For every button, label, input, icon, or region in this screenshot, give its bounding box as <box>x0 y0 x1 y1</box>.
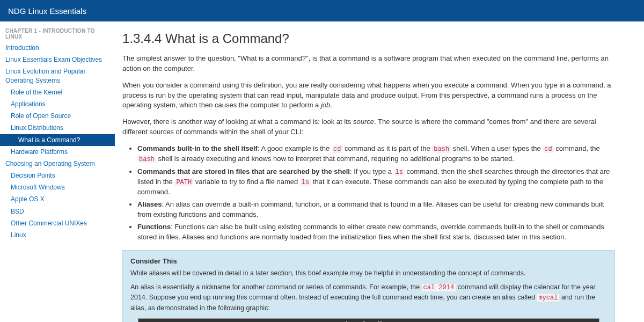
sidebar-item[interactable]: Linux Essentials Exam Objectives <box>0 54 115 65</box>
callout-title: Consider This <box>130 257 607 265</box>
sidebar-item[interactable]: Role of Open Source <box>0 110 115 122</box>
sidebar-item[interactable]: Role of the Kernel <box>0 86 115 98</box>
app-title: NDG Linux Essentials <box>8 6 86 16</box>
paragraph: However, there is another way of looking… <box>122 117 615 137</box>
sidebar-item[interactable]: Choosing an Operating System <box>0 158 115 170</box>
bullet-list: Commands built-in to the shell itself: A… <box>137 144 615 243</box>
sidebar-item[interactable]: Microsoft Windows <box>0 181 115 193</box>
callout-box: Consider This While aliases will be cove… <box>122 250 615 322</box>
paragraph: When you consider a command using this d… <box>122 80 615 111</box>
sidebar-item[interactable]: Decision Points <box>0 170 115 181</box>
callout-paragraph: An alias is essentially a nickname for a… <box>130 282 607 313</box>
sidebar-item[interactable]: BSD <box>0 206 115 217</box>
callout-paragraph: While aliases will be covered in detail … <box>130 268 607 278</box>
list-item: Commands that are stored in files that a… <box>137 167 615 198</box>
sidebar-item[interactable]: Hardware Platforms <box>0 146 115 158</box>
layout: CHAPTER 1 - INTRODUCTION TO LINUX Introd… <box>0 21 644 322</box>
paragraph: The simplest answer to the question, "Wh… <box>122 54 615 74</box>
page-title: 1.3.4.4 What is a Command? <box>122 31 615 46</box>
app-header: NDG Linux Essentials <box>0 0 644 21</box>
sidebar-item[interactable]: Apple OS X <box>0 193 115 205</box>
terminal-titlebar: ▣ joe@localhost:~ – □ ✕ <box>138 319 599 322</box>
terminal-window: ▣ joe@localhost:~ – □ ✕ File Edit View S… <box>138 318 599 322</box>
sidebar: CHAPTER 1 - INTRODUCTION TO LINUX Introd… <box>0 21 115 322</box>
list-item: Aliases: An alias can override a built-i… <box>137 200 615 220</box>
list-item: Functions: Functions can also be built u… <box>137 222 615 243</box>
sidebar-item[interactable]: Linux Distributions <box>0 122 115 134</box>
sidebar-item[interactable]: Other Commercial UNIXes <box>0 217 115 229</box>
sidebar-item[interactable]: What is a Command? <box>0 134 115 146</box>
sidebar-item[interactable]: Introduction <box>0 42 115 54</box>
content: 1.3.4.4 What is a Command? The simplest … <box>115 21 630 322</box>
chapter-label: CHAPTER 1 - INTRODUCTION TO LINUX <box>0 26 115 42</box>
nav-list: IntroductionLinux Essentials Exam Object… <box>0 42 115 241</box>
sidebar-item[interactable]: Applications <box>0 98 115 110</box>
list-item: Commands built-in to the shell itself: A… <box>137 144 615 165</box>
sidebar-item[interactable]: Linux Evolution and Popular Operating Sy… <box>0 65 115 86</box>
sidebar-item[interactable]: Linux <box>0 229 115 241</box>
